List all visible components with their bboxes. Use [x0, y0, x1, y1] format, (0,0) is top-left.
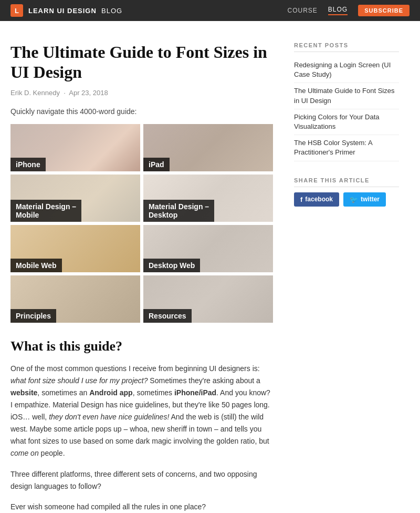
page-wrapper: The Ultimate Guide to Font Sizes in UI D… [0, 21, 420, 513]
grid-navigation: iPhone iPad Material Design –Mobile Mate… [10, 124, 273, 323]
grid-item-principles-label: Principles [10, 309, 56, 323]
main-content: The Ultimate Guide to Font Sizes in UI D… [10, 42, 273, 513]
body-paragraph-2: Three different platforms, three differe… [10, 468, 273, 493]
site-brand: LEARN UI DESIGN BLOG [28, 7, 122, 15]
grid-item-md-desktop[interactable]: Material Design –Desktop [143, 175, 273, 222]
grid-item-ipad-label: iPad [143, 158, 170, 171]
recent-posts-section: RECENT POSTS Redesigning a Login Screen … [294, 42, 399, 161]
grid-item-md-mobile[interactable]: Material Design –Mobile [10, 175, 140, 222]
grid-item-iphone[interactable]: iPhone [10, 124, 140, 171]
facebook-icon: f [300, 196, 302, 203]
article-meta: Erik D. Kennedy · Apr 23, 2018 [10, 89, 273, 97]
twitter-icon: 🐦 [350, 196, 358, 203]
header-left: L LEARN UI DESIGN BLOG [10, 4, 122, 17]
site-header: L LEARN UI DESIGN BLOG COURSE BLOG SUBSC… [0, 0, 420, 21]
share-title: SHARE THIS ARTICLE [294, 177, 399, 187]
share-buttons: f facebook 🐦 twitter [294, 192, 399, 207]
grid-item-md-desktop-label: Material Design –Desktop [143, 200, 214, 222]
recent-posts-title: RECENT POSTS [294, 42, 399, 52]
sidebar: RECENT POSTS Redesigning a Login Screen … [294, 42, 399, 513]
nav-course[interactable]: COURSE [288, 7, 318, 14]
recent-post-2[interactable]: The Ultimate Guide to Font Sizes in UI D… [294, 83, 399, 109]
facebook-share-button[interactable]: f facebook [294, 192, 339, 207]
grid-item-mobile-web[interactable]: Mobile Web [10, 225, 140, 272]
recent-post-3[interactable]: Picking Colors for Your Data Visualizati… [294, 109, 399, 135]
grid-item-desktop-web[interactable]: Desktop Web [143, 225, 273, 272]
grid-item-md-mobile-label: Material Design –Mobile [10, 200, 81, 222]
article-title: The Ultimate Guide to Font Sizes in UI D… [10, 42, 273, 83]
what-is-heading: What is this guide? [10, 338, 273, 354]
grid-item-iphone-label: iPhone [10, 158, 46, 171]
grid-item-desktop-web-label: Desktop Web [143, 259, 200, 272]
nav-blog[interactable]: BLOG [328, 6, 348, 15]
article-intro: Quickly navigate this 4000-word guide: [10, 107, 273, 116]
body-paragraph-1: One of the most common questions I recei… [10, 363, 273, 460]
grid-item-ipad[interactable]: iPad [143, 124, 273, 171]
recent-post-1[interactable]: Redesigning a Login Screen (UI Case Stud… [294, 57, 399, 83]
main-nav: COURSE BLOG SUBSCRIBE [288, 5, 410, 16]
logo-icon: L [10, 4, 23, 17]
body-paragraph-3: Ever wish someone had compiled all the r… [10, 501, 273, 513]
recent-post-4[interactable]: The HSB Color System: A Practitioner's P… [294, 135, 399, 161]
grid-item-mobile-web-label: Mobile Web [10, 259, 62, 272]
subscribe-button[interactable]: SUBSCRIBE [358, 5, 410, 16]
share-section: SHARE THIS ARTICLE f facebook 🐦 twitter [294, 177, 399, 207]
grid-item-resources-label: Resources [143, 309, 192, 323]
twitter-share-button[interactable]: 🐦 twitter [343, 192, 386, 207]
grid-item-principles[interactable]: Principles [10, 275, 140, 323]
grid-item-resources[interactable]: Resources [143, 275, 273, 323]
